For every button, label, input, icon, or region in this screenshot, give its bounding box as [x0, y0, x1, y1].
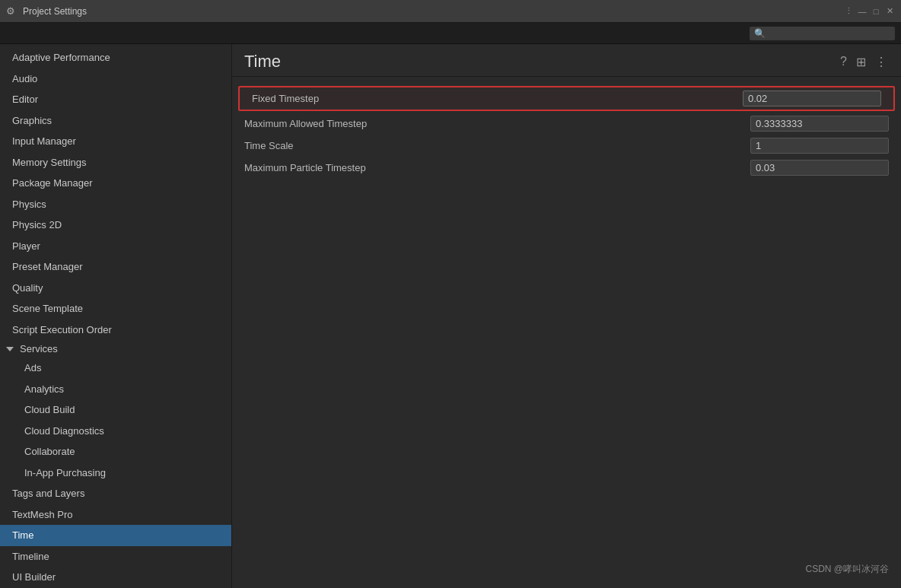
settings-area: Fixed Timestep Maximum Allowed Timestep … [232, 77, 901, 588]
setting-row-time-scale: Time Scale [232, 135, 901, 157]
sidebar-item-audio[interactable]: Audio [0, 68, 231, 90]
sidebar-item-textmesh-pro[interactable]: TextMesh Pro [0, 504, 231, 526]
sidebar-item-time[interactable]: Time [0, 525, 231, 546]
minimize-button[interactable]: — [857, 6, 868, 17]
close-button[interactable]: ✕ [884, 6, 895, 17]
sidebar-item-physics[interactable]: Physics [0, 194, 231, 215]
maximum-allowed-timestep-label: Maximum Allowed Timestep [244, 118, 750, 129]
window-title: Project Settings [23, 6, 843, 17]
help-icon[interactable]: ? [839, 53, 848, 70]
sidebar-item-package-manager[interactable]: Package Manager [0, 173, 231, 194]
main-content: Adaptive Performance Audio Editor Graphi… [0, 44, 901, 588]
sidebar-group-services[interactable]: Services [0, 340, 231, 358]
sidebar-item-analytics[interactable]: Analytics [0, 379, 231, 400]
content-panel: Time ? ⊞ ⋮ Fixed Timestep Maximum Allowe… [232, 44, 901, 588]
sidebar-item-adaptive-performance[interactable]: Adaptive Performance [0, 47, 231, 68]
search-bar: 🔍 [0, 23, 901, 44]
settings-sliders-icon[interactable]: ⊞ [855, 53, 868, 71]
sidebar-item-in-app-purchasing[interactable]: In-App Purchasing [0, 462, 231, 484]
title-bar: ⚙ Project Settings ⋮ — □ ✕ [0, 0, 901, 23]
sidebar-item-cloud-diagnostics[interactable]: Cloud Diagnostics [0, 421, 231, 442]
more-options-icon[interactable]: ⋮ [843, 6, 854, 17]
window-icon: ⚙ [6, 5, 18, 17]
time-scale-value[interactable] [750, 138, 889, 154]
fixed-timestep-label: Fixed Timestep [252, 93, 743, 104]
sidebar-item-ui-builder[interactable]: UI Builder [0, 567, 231, 588]
sidebar-item-timeline[interactable]: Timeline [0, 546, 231, 567]
setting-row-maximum-allowed-timestep: Maximum Allowed Timestep [232, 113, 901, 135]
sidebar-item-tags-and-layers[interactable]: Tags and Layers [0, 483, 231, 504]
sidebar-item-script-execution-order[interactable]: Script Execution Order [0, 319, 231, 341]
time-scale-label: Time Scale [244, 140, 750, 151]
maximum-particle-timestep-label: Maximum Particle Timestep [244, 162, 750, 173]
fixed-timestep-value[interactable] [743, 91, 881, 106]
services-label: Services [20, 343, 58, 354]
sidebar-item-graphics[interactable]: Graphics [0, 110, 231, 132]
search-wrapper: 🔍 [750, 27, 895, 40]
sidebar-item-collaborate[interactable]: Collaborate [0, 441, 231, 462]
sidebar-item-player[interactable]: Player [0, 236, 231, 257]
sidebar-item-ads[interactable]: Ads [0, 358, 231, 379]
sidebar-item-input-manager[interactable]: Input Manager [0, 131, 231, 152]
maximum-particle-timestep-value[interactable] [750, 160, 889, 176]
maximize-button[interactable]: □ [871, 6, 881, 17]
header-icons: ? ⊞ ⋮ [839, 53, 889, 71]
watermark: CSDN @哮叫冰河谷 [805, 563, 889, 576]
services-expand-triangle [6, 347, 14, 351]
sidebar-item-cloud-build[interactable]: Cloud Build [0, 399, 231, 421]
content-title: Time [244, 52, 839, 72]
sidebar-item-quality[interactable]: Quality [0, 278, 231, 299]
sidebar: Adaptive Performance Audio Editor Graphi… [0, 44, 232, 588]
search-input[interactable] [769, 28, 890, 39]
content-header: Time ? ⊞ ⋮ [232, 44, 901, 77]
sidebar-item-editor[interactable]: Editor [0, 89, 231, 110]
sidebar-item-memory-settings[interactable]: Memory Settings [0, 152, 231, 173]
sidebar-item-scene-template[interactable]: Scene Template [0, 298, 231, 319]
sidebar-item-preset-manager[interactable]: Preset Manager [0, 256, 231, 278]
maximum-allowed-timestep-value[interactable] [750, 116, 889, 132]
setting-row-maximum-particle-timestep: Maximum Particle Timestep [232, 157, 901, 179]
search-icon: 🔍 [754, 28, 766, 39]
setting-row-fixed-timestep: Fixed Timestep [238, 86, 895, 111]
window-controls: ⋮ — □ ✕ [843, 6, 895, 17]
project-settings-window: ⚙ Project Settings ⋮ — □ ✕ 🔍 Adaptive Pe… [0, 0, 901, 588]
more-options-icon[interactable]: ⋮ [874, 53, 889, 71]
sidebar-item-physics-2d[interactable]: Physics 2D [0, 215, 231, 236]
